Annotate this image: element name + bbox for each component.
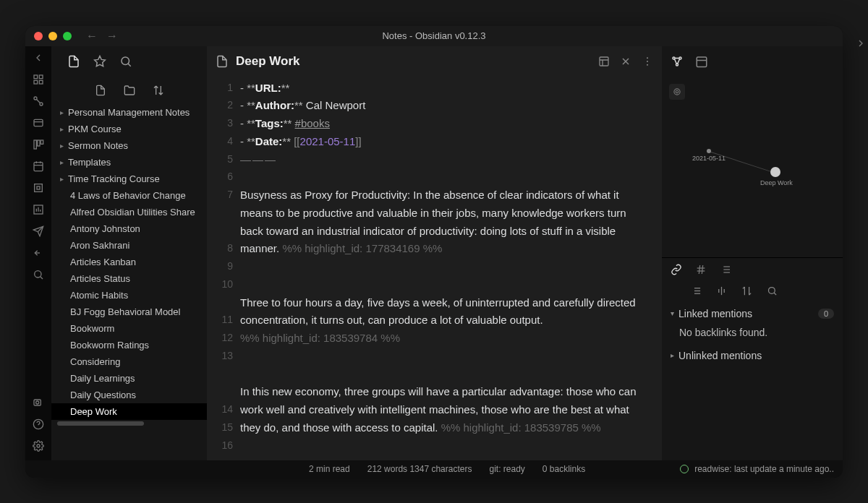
linked-count: 0 — [818, 309, 834, 319]
search-backlinks-icon[interactable] — [767, 285, 778, 296]
more-icon[interactable] — [642, 56, 653, 67]
window-title: Notes - Obsidian v0.12.3 — [382, 30, 485, 41]
svg-point-45 — [676, 64, 678, 66]
workspace-icon[interactable] — [33, 117, 44, 129]
window-controls — [34, 32, 72, 40]
close-window-button[interactable] — [34, 32, 43, 40]
svg-rect-17 — [37, 186, 40, 189]
svg-line-34 — [128, 64, 131, 66]
svg-line-69 — [774, 293, 776, 295]
status-readwise: readwise: last update a minute ago.. — [694, 464, 834, 474]
file-item[interactable]: Bookworm Ratings — [51, 337, 207, 353]
command-icon[interactable] — [33, 269, 44, 280]
svg-marker-32 — [95, 56, 106, 66]
kanban-icon[interactable] — [33, 139, 44, 150]
file-item[interactable]: Atomic Habits — [51, 287, 207, 304]
file-item[interactable]: BJ Fogg Behavioral Model — [51, 304, 207, 320]
file-explorer-panel: Personal Management Notes PKM Course Ser… — [51, 46, 207, 460]
vault-icon[interactable] — [33, 247, 44, 259]
folder-item[interactable]: PKM Course — [51, 121, 207, 137]
svg-rect-12 — [34, 162, 43, 171]
collapse-icon[interactable] — [33, 52, 44, 64]
horizontal-scrollbar[interactable] — [57, 421, 144, 426]
nav-arrows: ← → — [86, 30, 118, 43]
back-icon[interactable]: ← — [86, 30, 98, 43]
outline-icon[interactable] — [720, 264, 731, 275]
sync-status-icon — [680, 465, 689, 473]
local-graph-icon[interactable] — [671, 55, 684, 68]
maximize-window-button[interactable] — [63, 32, 72, 40]
statusbar: 2 min read 212 words 1347 characters git… — [25, 460, 843, 478]
files-icon[interactable] — [67, 55, 80, 68]
status-word-count: 212 words 1347 characters — [367, 464, 472, 474]
settings-icon[interactable] — [33, 440, 44, 452]
svg-point-42 — [647, 64, 648, 65]
templates-icon[interactable] — [33, 182, 44, 194]
new-note-icon[interactable] — [95, 85, 106, 96]
wikilink[interactable]: 2021-05-11 — [300, 135, 356, 147]
graph-node[interactable] — [707, 149, 711, 153]
graph-icon[interactable] — [33, 95, 44, 107]
folder-item[interactable]: Time Tracking Course — [51, 171, 207, 187]
sort-icon[interactable] — [153, 85, 164, 96]
forward-icon[interactable]: → — [106, 30, 118, 43]
stats-icon[interactable] — [33, 204, 44, 215]
file-item[interactable]: Articles Status — [51, 270, 207, 287]
file-item[interactable]: Daily Questions — [51, 387, 207, 403]
backlinks-icon[interactable] — [671, 264, 682, 275]
quick-switcher-icon[interactable] — [33, 74, 44, 85]
editor-panel: Deep Work 12345678910111213141516 - **UR… — [207, 46, 662, 460]
preview-icon[interactable] — [598, 56, 610, 67]
search-icon[interactable] — [119, 55, 132, 68]
local-graph[interactable]: 2021-05-11 Deep Work — [662, 77, 843, 257]
svg-rect-49 — [697, 57, 707, 67]
file-item[interactable]: Bookworm — [51, 320, 207, 337]
main-area: Personal Management Notes PKM Course Ser… — [25, 46, 843, 460]
svg-line-26 — [41, 276, 43, 278]
graph-node-current[interactable] — [770, 167, 780, 177]
folder-item[interactable]: Personal Management Notes — [51, 104, 207, 121]
svg-point-33 — [122, 57, 129, 65]
close-tab-icon[interactable] — [620, 56, 631, 67]
minimize-window-button[interactable] — [48, 32, 57, 40]
sort-backlinks-icon[interactable] — [741, 285, 752, 296]
file-tree[interactable]: Personal Management Notes PKM Course Ser… — [51, 104, 207, 460]
app-window: ← → Notes - Obsidian v0.12.3 — [25, 26, 843, 478]
new-folder-icon[interactable] — [124, 85, 135, 96]
unlinked-mentions-header[interactable]: ▸ Unlinked mentions — [662, 345, 843, 366]
send-icon[interactable] — [33, 225, 44, 237]
file-item[interactable]: Considering — [51, 353, 207, 370]
editor[interactable]: 12345678910111213141516 - **URL:** - **A… — [207, 77, 662, 460]
ribbon — [25, 46, 51, 460]
tag-link[interactable]: #books — [295, 117, 330, 129]
svg-line-46 — [674, 59, 676, 64]
file-item[interactable]: Daily Learnings — [51, 370, 207, 387]
svg-rect-9 — [34, 140, 36, 149]
file-item[interactable]: 4 Laws of Behavior Change — [51, 187, 207, 204]
file-item[interactable]: Articles Kanban — [51, 254, 207, 270]
graph-settings-icon[interactable] — [669, 84, 685, 100]
file-item[interactable]: Alfred Obsidian Utilities Share — [51, 204, 207, 220]
svg-rect-11 — [41, 140, 43, 144]
collapse-results-icon[interactable] — [691, 285, 702, 296]
record-icon[interactable] — [33, 397, 44, 408]
linked-mentions-header[interactable]: ▾ Linked mentions 0 — [662, 304, 843, 324]
svg-point-41 — [647, 61, 648, 62]
file-item[interactable]: Antony Johnston — [51, 220, 207, 237]
starred-icon[interactable] — [93, 55, 106, 68]
file-item-active[interactable]: Deep Work — [51, 403, 207, 420]
folder-item[interactable]: Sermon Notes — [51, 137, 207, 154]
svg-rect-16 — [35, 184, 43, 192]
folder-item[interactable]: Templates — [51, 154, 207, 171]
daily-notes-icon[interactable] — [33, 160, 44, 172]
help-icon[interactable] — [33, 418, 44, 430]
show-context-icon[interactable] — [716, 285, 727, 296]
tag-pane-icon[interactable] — [695, 264, 707, 275]
svg-rect-7 — [34, 119, 43, 126]
svg-rect-35 — [600, 57, 608, 66]
editor-content[interactable]: - **URL:** - **Author:** Cal Newport - *… — [240, 77, 662, 460]
file-item[interactable]: Aron Sakhrani — [51, 237, 207, 254]
graph-node-label: Deep Work — [760, 179, 793, 186]
svg-rect-27 — [34, 400, 41, 405]
calendar-icon[interactable] — [695, 55, 708, 68]
